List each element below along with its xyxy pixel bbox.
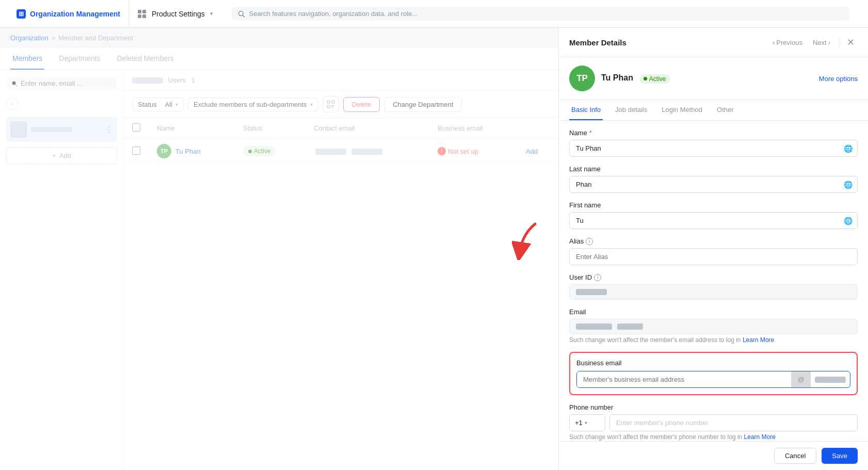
detail-tabs: Basic Info Job details Login Method Othe… <box>559 100 868 121</box>
product-icon <box>137 9 147 19</box>
save-button[interactable]: Save <box>822 448 858 464</box>
last-name-field-group: Last name 🌐 <box>569 165 858 193</box>
next-button[interactable]: Next › <box>809 37 834 48</box>
phone-country-code: +1 <box>575 419 583 427</box>
email-blur-1 <box>576 323 612 330</box>
profile-status-label: Active <box>649 75 666 83</box>
phone-country-select[interactable]: +1 ▾ <box>569 414 605 431</box>
panel-footer: Cancel Save <box>559 441 868 470</box>
basic-info-form: Name * 🌐 Last name 🌐 <box>559 121 868 441</box>
name-input[interactable] <box>569 140 858 157</box>
email-note: Such change won't affect the member's em… <box>569 336 858 344</box>
first-name-input-wrapper: 🌐 <box>569 212 858 229</box>
next-label: Next <box>813 39 827 46</box>
profile-status-dot <box>644 77 647 80</box>
svg-rect-1 <box>142 10 146 13</box>
search-icon <box>238 10 245 18</box>
tab-other[interactable]: Other <box>715 100 736 120</box>
panel-header: Member Details ‹ Previous Next › ✕ <box>559 28 868 57</box>
phone-number-input[interactable] <box>609 414 858 431</box>
email-field-group: Email Such change won't affect the membe… <box>569 308 858 344</box>
last-name-globe-icon[interactable]: 🌐 <box>844 181 853 189</box>
member-details-panel: Member Details ‹ Previous Next › ✕ TP Tu… <box>558 28 868 470</box>
alias-input[interactable] <box>569 248 858 265</box>
nav-separator <box>839 37 839 47</box>
user-id-display <box>569 284 858 300</box>
panel-title: Member Details <box>569 38 626 47</box>
alias-field-group: Alias i <box>569 237 858 265</box>
profile-name: Tu Phan <box>601 73 633 82</box>
previous-button[interactable]: ‹ Previous <box>768 37 807 48</box>
member-profile-row: TP Tu Phan Active More options <box>559 57 868 100</box>
name-field-group: Name * 🌐 <box>569 129 858 157</box>
first-name-input[interactable] <box>569 212 858 229</box>
last-name-input[interactable] <box>569 176 858 193</box>
first-name-globe-icon[interactable]: 🌐 <box>844 217 853 225</box>
member-profile-left: TP Tu Phan Active <box>569 66 670 91</box>
close-panel-button[interactable]: ✕ <box>843 35 858 50</box>
name-input-wrapper: 🌐 <box>569 140 858 157</box>
app-icon <box>17 9 26 19</box>
product-chevron: ▾ <box>210 10 213 17</box>
product-name: Product Settings <box>152 10 205 18</box>
product-settings-menu[interactable]: Product Settings ▾ <box>129 0 221 27</box>
tab-login-method[interactable]: Login Method <box>660 100 704 120</box>
email-learn-more-link[interactable]: Learn More <box>743 336 774 344</box>
tab-job-details[interactable]: Job details <box>613 100 649 120</box>
business-email-label: Business email <box>576 359 850 367</box>
user-id-info-icon[interactable]: i <box>594 274 601 281</box>
phone-country-chevron: ▾ <box>585 420 587 426</box>
name-required-indicator: * <box>589 129 592 137</box>
phone-input-row: +1 ▾ <box>569 414 858 431</box>
annotation-arrow <box>512 219 543 260</box>
panel-navigation: ‹ Previous Next › ✕ <box>768 35 858 50</box>
phone-note: Such change won't affect the member's ph… <box>569 433 858 441</box>
phone-field-group: Phone number +1 ▾ Such change won't affe… <box>569 403 858 441</box>
alias-info-icon[interactable]: i <box>586 238 593 245</box>
user-id-blur <box>576 289 607 295</box>
name-label: Name * <box>569 129 858 137</box>
business-email-domain-blur <box>815 377 846 383</box>
app-switcher[interactable]: Organization Management <box>8 0 129 27</box>
email-label: Email <box>569 308 858 316</box>
phone-learn-more-link[interactable]: Learn More <box>744 433 776 441</box>
alias-label: Alias i <box>569 237 858 245</box>
email-display <box>569 319 858 334</box>
app-name: Organization Management <box>30 10 120 18</box>
business-email-field-group: Business email @ <box>569 352 858 395</box>
topbar: Organization Management Product Settings… <box>0 0 868 28</box>
profile-info: Tu Phan Active <box>601 73 670 84</box>
profile-status-badge: Active <box>639 74 670 84</box>
user-id-field-group: User ID i <box>569 273 858 300</box>
business-email-at-symbol: @ <box>791 371 811 387</box>
cancel-button[interactable]: Cancel <box>774 448 816 464</box>
global-search[interactable] <box>232 7 849 21</box>
first-name-field-group: First name 🌐 <box>569 201 858 229</box>
prev-chevron: ‹ <box>773 39 775 46</box>
search-field[interactable] <box>249 10 844 18</box>
main-layout: Organization > Member and Department Mem… <box>0 28 868 470</box>
svg-rect-3 <box>142 14 146 18</box>
left-panel-overlay <box>0 28 558 470</box>
prev-label: Previous <box>776 39 802 46</box>
svg-line-5 <box>243 15 244 17</box>
svg-rect-0 <box>138 10 141 13</box>
last-name-label: Last name <box>569 165 858 173</box>
last-name-input-wrapper: 🌐 <box>569 176 858 193</box>
profile-avatar: TP <box>569 66 595 91</box>
business-email-input-row: @ <box>576 371 850 388</box>
first-name-label: First name <box>569 201 858 209</box>
email-blur-2 <box>617 323 643 330</box>
svg-rect-2 <box>138 14 141 18</box>
more-options-button[interactable]: More options <box>819 75 858 83</box>
phone-label: Phone number <box>569 403 858 411</box>
user-id-label: User ID i <box>569 273 858 281</box>
business-email-input[interactable] <box>577 371 791 387</box>
arrow-annotation <box>512 219 543 262</box>
left-panel: Organization > Member and Department Mem… <box>0 28 558 470</box>
next-chevron: › <box>828 39 830 46</box>
tab-basic-info[interactable]: Basic Info <box>569 100 603 120</box>
name-globe-icon[interactable]: 🌐 <box>844 144 853 153</box>
